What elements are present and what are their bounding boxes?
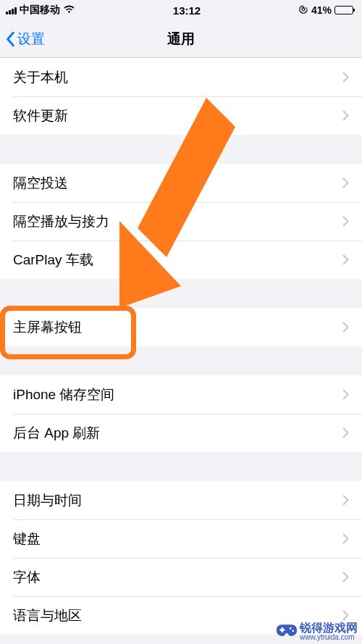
status-left: 中国移动 (6, 4, 75, 17)
chevron-right-icon (342, 572, 349, 582)
row-carplay[interactable]: CarPlay 车载 (0, 241, 362, 279)
row-background-app-refresh[interactable]: 后台 App 刷新 (0, 414, 362, 452)
group-separator (0, 346, 362, 375)
row-fonts[interactable]: 字体 (0, 558, 362, 596)
row-home-button[interactable]: 主屏幕按钮 (0, 308, 362, 346)
row-label: 后台 App 刷新 (13, 424, 100, 443)
row-about[interactable]: 关于本机 (0, 58, 362, 96)
gamepad-icon (277, 623, 297, 640)
chevron-right-icon (342, 254, 349, 265)
chevron-right-icon (342, 533, 349, 544)
status-bar: 中国移动 13:12 41% (0, 0, 362, 20)
row-label: 键盘 (13, 530, 41, 548)
page-title: 通用 (167, 30, 195, 49)
chevron-right-icon (342, 389, 349, 400)
back-button[interactable]: 设置 (0, 30, 45, 49)
row-keyboard[interactable]: 键盘 (0, 519, 362, 558)
chevron-right-icon (342, 322, 349, 333)
status-right: 41% (298, 4, 353, 17)
settings-group-3: 主屏幕按钮 (0, 308, 362, 346)
chevron-right-icon (342, 216, 349, 227)
row-label: 字体 (13, 568, 41, 587)
chevron-right-icon (342, 610, 349, 621)
row-label: 软件更新 (13, 106, 68, 125)
group-separator (0, 452, 362, 481)
navigation-bar: 设置 通用 (0, 20, 362, 58)
svg-point-3 (290, 627, 292, 630)
row-label: 主屏幕按钮 (13, 318, 82, 337)
chevron-right-icon (342, 177, 349, 188)
row-software-update[interactable]: 软件更新 (0, 96, 362, 135)
group-separator (0, 279, 362, 308)
row-label: 隔空播放与接力 (13, 212, 109, 231)
svg-point-4 (292, 630, 294, 632)
watermark-url: www.ytruida.com (300, 634, 358, 641)
row-label: CarPlay 车载 (13, 251, 93, 269)
chevron-right-icon (342, 495, 349, 506)
wifi-icon (63, 4, 75, 16)
svg-rect-6 (282, 627, 284, 632)
back-label: 设置 (17, 30, 45, 49)
battery-percent: 41% (311, 4, 332, 16)
row-date-time[interactable]: 日期与时间 (0, 481, 362, 519)
chevron-right-icon (342, 72, 349, 83)
watermark: 锐得游戏网 www.ytruida.com (277, 622, 358, 641)
settings-group-4: iPhone 储存空间 后台 App 刷新 (0, 375, 362, 452)
row-iphone-storage[interactable]: iPhone 储存空间 (0, 375, 362, 414)
chevron-right-icon (342, 427, 349, 438)
settings-group-1: 关于本机 软件更新 (0, 58, 362, 135)
status-time: 13:12 (173, 4, 201, 17)
carrier-label: 中国移动 (20, 4, 60, 17)
rotation-lock-icon (298, 4, 308, 17)
settings-group-2: 隔空投送 隔空播放与接力 CarPlay 车载 (0, 164, 362, 279)
row-label: 日期与时间 (13, 491, 82, 510)
settings-group-5: 日期与时间 键盘 字体 语言与地区 (0, 481, 362, 635)
row-airdrop[interactable]: 隔空投送 (0, 164, 362, 202)
row-label: 关于本机 (13, 68, 68, 87)
chevron-left-icon (6, 31, 16, 47)
row-label: 语言与地区 (13, 606, 82, 625)
group-separator (0, 135, 362, 164)
watermark-text: 锐得游戏网 (300, 622, 358, 634)
row-label: 隔空投送 (13, 174, 68, 193)
chevron-right-icon (342, 110, 349, 121)
cellular-signal-icon (6, 6, 17, 14)
svg-rect-0 (302, 8, 305, 11)
row-airplay-handoff[interactable]: 隔空播放与接力 (0, 202, 362, 241)
battery-icon (334, 6, 353, 14)
row-label: iPhone 储存空间 (13, 385, 114, 404)
